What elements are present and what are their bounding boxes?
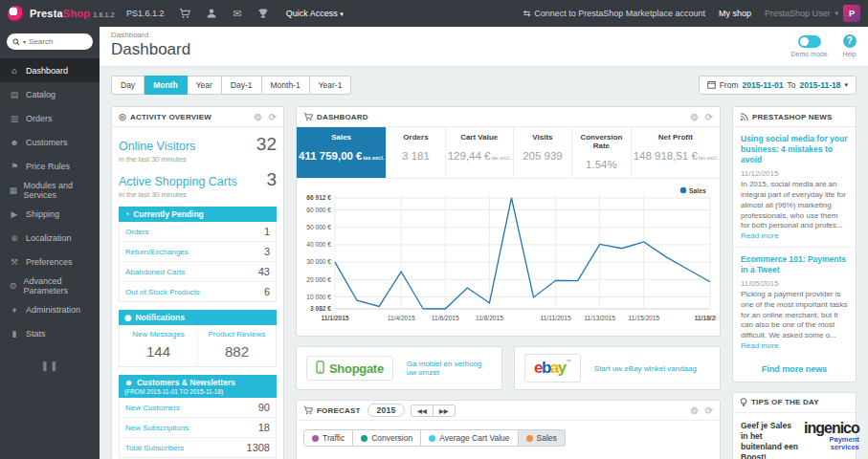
- product-reviews-cell: Product Reviews882: [198, 325, 276, 366]
- online-visitors-link[interactable]: Online Visitors: [119, 140, 195, 153]
- user-menu[interactable]: PrestaShop User ▾P: [765, 5, 860, 22]
- search-input[interactable]: [29, 37, 78, 46]
- new-messages-link[interactable]: New Messages: [122, 330, 195, 339]
- forecast-legend-item[interactable]: Traffic: [303, 429, 353, 447]
- forecast-nav: ◀◀▶▶: [411, 404, 455, 417]
- new-customers-link[interactable]: New Customers: [125, 404, 180, 412]
- svg-text:10 000 €: 10 000 €: [306, 294, 331, 300]
- activity-overview-panel: ◎ ACTIVITY OVERVIEW ⚙⟳ Online Visitors32…: [111, 106, 284, 459]
- find-more-news-link[interactable]: Find more news: [733, 357, 856, 382]
- sidebar-item-stats[interactable]: ▮Stats: [0, 321, 100, 345]
- gear-icon[interactable]: ⚙: [690, 405, 699, 416]
- page-title: Dashboard: [111, 40, 190, 59]
- sidebar-item-localization[interactable]: ⊕Localization: [0, 226, 100, 250]
- forecast-year-selector[interactable]: 2015: [367, 404, 406, 417]
- refresh-icon[interactable]: ⟳: [704, 405, 713, 416]
- rewind-icon[interactable]: ◀◀: [411, 404, 434, 417]
- sidebar-item-dashboard[interactable]: ⌂Dashboard: [0, 58, 100, 82]
- sidebar-item-customers[interactable]: ☻Customers: [0, 130, 100, 154]
- pending-row-abandoned-carts: Abandoned Carts43: [120, 262, 276, 282]
- news-article-title[interactable]: Using social media for your business: 4 …: [741, 134, 848, 165]
- news-article-title[interactable]: Ecommerce 101: Payments in a Tweet: [741, 254, 848, 275]
- svg-text:11/13/2015: 11/13/2015: [584, 315, 615, 321]
- currently-pending-header: ◔Currently Pending: [119, 207, 277, 222]
- gear-icon[interactable]: ⚙: [690, 112, 699, 122]
- kpi-cart-value[interactable]: Cart Value129,44 €tax excl.: [446, 127, 514, 178]
- help-control[interactable]: ? Help: [843, 34, 857, 57]
- customer-icon[interactable]: [206, 8, 217, 19]
- sidebar-search: ▾: [7, 33, 93, 50]
- avatar: P: [843, 5, 860, 22]
- breadcrumb[interactable]: Dashboard: [111, 31, 190, 39]
- ebay-banner-link[interactable]: Start uw eBay winkel vandaag: [594, 364, 697, 373]
- topbar: PrestaShop1.6.1.2 PS1.6.1.2 ✉ Quick Acce…: [0, 0, 868, 27]
- pending-returns-link[interactable]: Return/Exchanges: [125, 248, 189, 256]
- fast-forward-icon[interactable]: ▶▶: [434, 404, 456, 417]
- refresh-icon[interactable]: ⟳: [704, 112, 713, 122]
- sidebar-item-price-rules[interactable]: ⚑Price Rules: [0, 154, 100, 178]
- sidebar-item-shipping[interactable]: ▶Shipping: [0, 202, 100, 226]
- envelope-icon[interactable]: ✉: [233, 8, 241, 20]
- chevron-down-icon[interactable]: ▾: [23, 38, 26, 45]
- shopgate-logo[interactable]: Shopgate: [306, 356, 393, 381]
- forecast-legend-item[interactable]: Sales: [519, 429, 566, 447]
- sidebar-item-advanced-parameters[interactable]: ⚙Advanced Parameters: [0, 273, 100, 297]
- sidebar-item-orders[interactable]: ▥Orders: [0, 106, 100, 130]
- total-subscribers-link[interactable]: Total Subscribers: [125, 444, 184, 452]
- svg-text:Sales: Sales: [689, 187, 706, 194]
- help-icon[interactable]: ?: [843, 34, 857, 48]
- kpi-visits[interactable]: Visits205 939: [514, 127, 572, 178]
- kpi-conversion-rate[interactable]: Conversion Rate1.54%: [572, 127, 631, 178]
- demo-mode-toggle[interactable]: [798, 35, 821, 48]
- ebay-banner[interactable]: ebay™ Start uw eBay winkel vandaag: [514, 346, 721, 390]
- ingenico-logo[interactable]: ingenico Paymentservices: [804, 421, 859, 452]
- trophy-icon[interactable]: [257, 8, 269, 19]
- tips-of-the-day-panel: TIPS OF THE DAY Geef je Sales in het bui…: [732, 392, 857, 459]
- ingenico-wordmark: ingenico: [804, 421, 859, 436]
- ebay-logo[interactable]: ebay™: [524, 354, 581, 382]
- sidebar-item-modules[interactable]: ▦Modules and Services: [0, 178, 100, 202]
- range-day-button[interactable]: Day: [111, 76, 145, 95]
- sidebar-item-preferences[interactable]: ⚒Preferences: [0, 250, 100, 273]
- pending-orders-link[interactable]: Orders: [125, 228, 148, 236]
- new-subscriptions-row: New Subscriptions18: [120, 418, 276, 438]
- kpi-net-profit[interactable]: Net Profit148 918,51 €tax excl.: [632, 127, 720, 178]
- product-reviews-link[interactable]: Product Reviews: [200, 330, 274, 339]
- range-year-1-button[interactable]: Year-1: [310, 76, 352, 95]
- read-more-link[interactable]: Read more: [741, 231, 779, 240]
- abandoned-carts-link[interactable]: Abandoned Carts: [125, 268, 185, 276]
- forecast-legend-item[interactable]: Conversion: [353, 429, 421, 447]
- cart-icon: [303, 405, 313, 415]
- refresh-icon[interactable]: ⟳: [268, 112, 277, 122]
- range-day-1-button[interactable]: Day-1: [222, 76, 262, 95]
- sidebar-item-catalog[interactable]: ▤Catalog: [0, 82, 100, 106]
- demo-mode-label: Demo mode: [790, 51, 827, 57]
- dashboard-icon: ⌂: [9, 66, 20, 76]
- range-month-button[interactable]: Month: [145, 76, 188, 95]
- out-of-stock-link[interactable]: Out of Stock Products: [125, 288, 200, 296]
- marketplace-link[interactable]: ⇆Connect to PrestaShop Marketplace accou…: [523, 9, 705, 18]
- sidebar-item-administration[interactable]: ♦Administration: [0, 297, 100, 321]
- new-subscriptions-link[interactable]: New Subscriptions: [125, 424, 189, 432]
- shopgate-banner-link[interactable]: Ga mobiel en verhoog uw omzet: [407, 360, 492, 377]
- active-carts-link[interactable]: Active Shopping Carts: [119, 175, 237, 188]
- kpi-orders[interactable]: Orders3 181: [387, 127, 445, 178]
- quick-access-menu[interactable]: Quick Access ▾: [286, 9, 344, 18]
- calendar-icon: [707, 80, 716, 91]
- date-range-picker[interactable]: From 2015-11-01 To 2015-11-18 ▾: [699, 76, 857, 95]
- my-shop-link[interactable]: My shop: [719, 9, 751, 18]
- sidebar-item-label: Preferences: [26, 257, 73, 267]
- cart-icon[interactable]: [179, 8, 190, 19]
- kpi-sales[interactable]: Sales411 759,00 €tax excl.: [297, 127, 387, 178]
- read-more-link[interactable]: Read more: [741, 341, 779, 350]
- dashboard-panel: DASHBOARD ⚙⟳ Sales411 759,00 €tax excl. …: [296, 106, 721, 337]
- sidebar-collapse-button[interactable]: ❚❚: [0, 361, 100, 371]
- range-month-1-button[interactable]: Month-1: [262, 76, 310, 95]
- gear-icon[interactable]: ⚙: [254, 112, 262, 122]
- shopgate-banner[interactable]: Shopgate Ga mobiel en verhoog uw omzet: [296, 346, 502, 390]
- forecast-legend-item[interactable]: Average Cart Value: [421, 429, 518, 447]
- main-content: Dashboard Dashboard Demo mode ? Help Day…: [100, 27, 868, 459]
- sales-chart: 3 082 €10 000 €20 000 €30 000 €40 000 €5…: [297, 179, 720, 336]
- range-year-button[interactable]: Year: [188, 76, 222, 95]
- demo-mode-control[interactable]: Demo mode: [790, 35, 827, 57]
